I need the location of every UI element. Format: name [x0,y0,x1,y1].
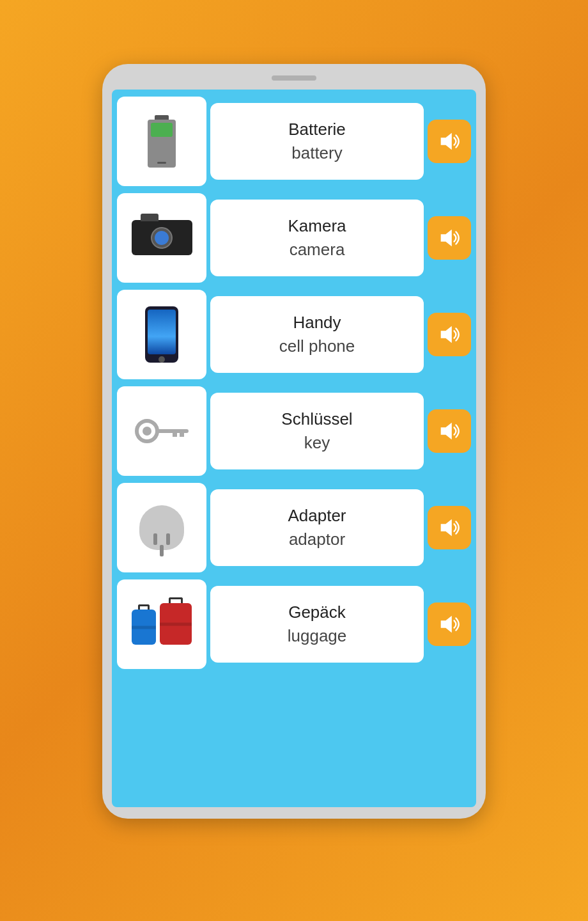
vocab-label-luggage[interactable]: Gepäck luggage [210,586,424,663]
camera-illustration [132,220,192,255]
svg-marker-5 [441,615,452,633]
tablet-speaker [272,75,316,81]
sound-button-phone[interactable] [428,313,471,356]
vocab-image-camera [117,193,206,283]
vocab-label-adapter[interactable]: Adapter adaptor [210,489,424,566]
svg-marker-1 [441,229,452,246]
sound-button-adapter[interactable] [428,506,471,549]
sound-button-battery[interactable] [428,120,471,163]
svg-marker-4 [441,519,452,536]
tablet-frame: Batterie battery Kamera camera Handy cel… [102,64,486,819]
vocab-image-battery [117,97,206,186]
svg-marker-3 [441,422,452,439]
vocab-english-battery: battery [291,141,343,164]
vocab-english-camera: camera [290,238,345,261]
vocab-english-luggage: luggage [288,624,347,647]
vocab-german-key: Schlüssel [281,407,352,430]
sound-button-key[interactable] [428,409,471,453]
sound-button-camera[interactable] [428,216,471,260]
adapter-illustration [139,505,184,550]
vocab-label-battery[interactable]: Batterie battery [210,103,424,180]
key-illustration [135,416,189,445]
vocab-german-luggage: Gepäck [288,601,346,624]
vocab-row-key: Schlüssel key [117,384,471,477]
sound-button-luggage[interactable] [428,602,471,646]
vocab-row-camera: Kamera camera [117,191,471,284]
vocab-german-battery: Batterie [288,118,346,141]
vocab-label-key[interactable]: Schlüssel key [210,393,424,469]
tablet-screen: Batterie battery Kamera camera Handy cel… [112,90,476,807]
vocab-english-adapter: adaptor [289,528,345,551]
svg-marker-2 [441,326,452,343]
vocab-image-adapter [117,483,206,572]
vocab-image-phone [117,290,206,379]
vocab-row-phone: Handy cell phone [117,288,471,381]
vocab-german-phone: Handy [293,311,341,334]
vocab-image-key [117,386,206,476]
phone-illustration [145,306,178,363]
vocab-row-adapter: Adapter adaptor [117,481,471,574]
vocab-english-phone: cell phone [279,335,355,358]
svg-marker-0 [441,132,452,150]
battery-illustration [144,113,180,170]
vocab-english-key: key [304,431,330,454]
vocab-label-camera[interactable]: Kamera camera [210,200,424,276]
vocab-german-camera: Kamera [288,214,346,237]
vocab-german-adapter: Adapter [288,504,346,527]
vocab-row-battery: Batterie battery [117,95,471,187]
vocab-row-luggage: Gepäck luggage [117,578,471,670]
vocab-label-phone[interactable]: Handy cell phone [210,296,424,373]
luggage-illustration [132,603,192,645]
vocab-image-luggage [117,579,206,669]
